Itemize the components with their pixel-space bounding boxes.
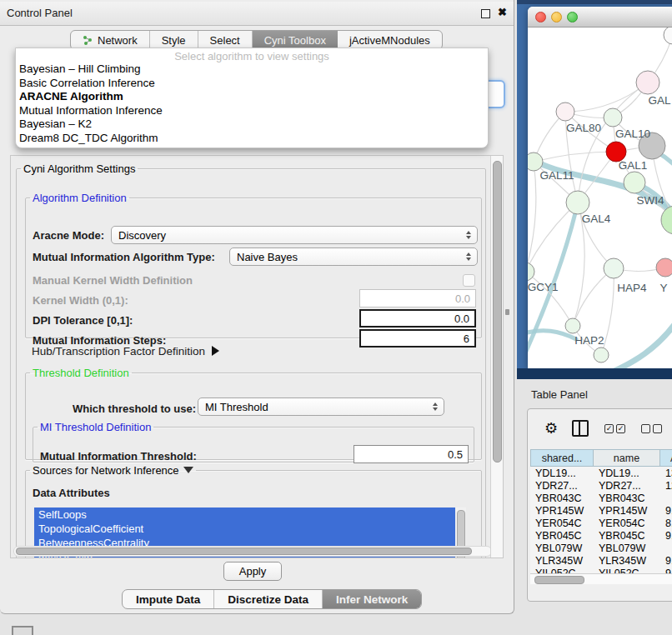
close-traffic-light[interactable] [535,12,546,22]
control-panel-titlebar: Control Panel ✖ [0,2,514,26]
table-cell: 9. [660,529,672,542]
network-node[interactable] [565,318,580,333]
mi-algorithm-type-select[interactable]: Naive Bayes [229,248,478,266]
tab-discretize-data[interactable]: Discretize Data [214,590,323,608]
tab-cyni-toolbox[interactable]: Cyni Toolbox [253,31,338,49]
network-edge[interactable] [528,272,573,326]
table-cell: YBR045C [594,529,660,542]
column-header[interactable]: name [594,449,660,467]
attribute-item-selected[interactable]: SelfLoops [34,508,466,522]
vertical-scrollbar[interactable] [490,156,503,558]
network-node[interactable] [656,258,672,277]
column-header[interactable]: shared... [530,449,594,467]
mi-threshold-field[interactable]: 0.5 [354,445,469,463]
control-panel-window: Control Panel ✖ NetworkStyleSelectCyni T… [0,0,514,614]
algorithm-option[interactable]: Dream8 DC_TDC Algorithm [16,132,488,146]
select-all-checks-icon[interactable]: ✓ ✓ [604,424,625,433]
bottom-tab-bar: Impute DataDiscretize DataInfer Network [122,589,422,609]
network-node[interactable] [636,71,659,94]
network-node[interactable] [528,152,543,171]
checked-box-icon: ✓ [616,424,625,433]
network-edge[interactable] [565,82,648,112]
minimized-window-icon[interactable] [12,626,33,635]
zoom-traffic-light[interactable] [567,12,578,22]
table-row[interactable]: YPR145WYPR145W9. [530,504,672,517]
group-title: Algorithm Definition [30,192,129,204]
hub-definition-toggle[interactable]: Hub/Transcription Factor Definition [32,345,219,358]
manual-kernel-checkbox[interactable] [463,274,475,287]
network-node[interactable] [604,258,624,278]
table-horizontal-scrollbar[interactable] [530,573,672,584]
network-node-label: GAL4 [582,212,611,225]
table-row[interactable]: YBL079WYBL079W [530,542,672,554]
network-node[interactable] [624,172,645,193]
table-cell: YBL079W [530,542,594,554]
tab-network[interactable]: Network [71,31,150,49]
tab-infer-network[interactable]: Infer Network [323,590,421,608]
network-edge-thick[interactable] [528,154,672,218]
aracne-mode-select[interactable]: Discovery [111,226,478,244]
combo-arrows-icon [429,402,442,411]
tab-style[interactable]: Style [150,31,198,49]
table-scrollbar-thumb[interactable] [534,576,584,584]
sources-toggle[interactable]: Sources for Network Inference [30,464,196,477]
which-threshold-select[interactable]: MI Threshold [198,398,444,416]
horizontal-scrollbar[interactable] [13,546,492,557]
table-row[interactable]: YBR045CYBR045C9. [530,529,672,542]
mi-steps-field[interactable]: 6 [359,329,476,348]
network-node[interactable] [604,108,622,127]
network-node[interactable] [556,102,574,121]
column-header[interactable]: A [660,449,672,467]
close-icon[interactable]: ✖ [498,6,507,18]
algorithm-option[interactable]: ARACNE Algorithm [16,90,488,104]
minimize-traffic-light[interactable] [551,12,562,22]
network-edge-thick[interactable] [603,318,672,369]
table-row[interactable]: YLR345WYLR345W9. [530,554,672,567]
table-row[interactable]: YER054CYER054C8. [530,517,672,529]
mi-threshold-group: MI Threshold Definition Mutual Informati… [33,421,474,462]
network-node[interactable] [566,191,589,214]
network-node[interactable] [594,348,609,362]
network-edge[interactable] [573,268,614,326]
gear-icon[interactable]: ⚙ [544,419,558,438]
algorithm-option[interactable]: Mutual Information Inference [16,104,488,118]
cyni-algorithm-settings-group: Cyni Algorithm Settings Algorithm Defini… [16,162,486,558]
algorithm-option[interactable]: Basic Correlation Inference [16,77,488,91]
which-threshold-value: MI Threshold [198,401,429,413]
tab-select[interactable]: Select [198,31,253,49]
tab-label: jActiveMNodules [349,34,430,47]
network-node[interactable] [664,28,672,44]
table-row[interactable]: YDR27...YDR27...12 [530,479,672,492]
kernel-width-field[interactable]: 0.0 [359,289,476,308]
attribute-item-selected[interactable]: TopologicalCoefficient [34,522,466,536]
network-canvas[interactable]: GALGAL80GAL10GAL1GAL11SWI4GAL4GCY1HAP4YH… [528,28,672,369]
tab-label: Style [162,34,186,47]
tab-impute-data[interactable]: Impute Data [123,590,214,608]
table-cell: YLR345W [530,554,594,567]
table-cell: YDL19... [530,467,594,479]
algorithm-option[interactable]: Bayesian – Hill Climbing [16,62,488,77]
combo-arrows-icon [462,252,475,261]
apply-button[interactable]: Apply [223,562,282,581]
tab-jactivemnodules[interactable]: jActiveMNodules [338,31,442,49]
group-title: Cyni Algorithm Settings [21,162,138,175]
threshold-definition-group: Threshold Definition Which threshold to … [25,367,482,460]
horizontal-scrollbar-thumb[interactable] [16,548,472,555]
network-node[interactable] [661,206,672,234]
table-cell [660,542,672,554]
float-window-icon[interactable] [481,9,490,18]
algorithm-option[interactable]: Bayesian – K2 [16,118,488,132]
deselect-all-checks-icon[interactable] [641,424,662,433]
table-cell: YBR043C [530,492,594,504]
splitter-handle[interactable] [505,309,509,315]
dpi-tolerance-field[interactable]: 0.0 [359,309,476,328]
network-view-window: GALGAL80GAL10GAL1GAL11SWI4GAL4GCY1HAP4YH… [528,7,672,369]
vertical-scrollbar-thumb[interactable] [493,161,502,462]
network-edge[interactable] [534,152,616,162]
columns-icon[interactable] [572,420,589,437]
table-row[interactable]: YDL19...YDL19...13 [530,467,672,479]
network-panel-background: GALGAL80GAL10GAL1GAL11SWI4GAL4GCY1HAP4YH… [517,0,672,379]
algorithm-dropdown-popup: Select algorithm to view settings Bayesi… [15,48,489,148]
table-row[interactable]: YBR043CYBR043C [530,492,672,504]
panel-edge-bottom [517,368,672,379]
